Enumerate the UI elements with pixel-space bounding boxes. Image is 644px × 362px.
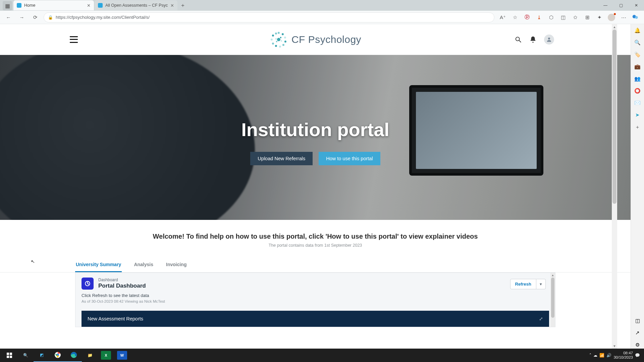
- svg-point-3: [284, 41, 286, 43]
- start-button[interactable]: [1, 349, 17, 362]
- tray-chevron-icon[interactable]: ˄: [589, 353, 591, 358]
- taskbar-app-1[interactable]: ◩: [34, 349, 50, 362]
- window-maximize-button[interactable]: ▢: [613, 0, 629, 11]
- sidebar-briefcase-icon[interactable]: 💼: [634, 63, 641, 70]
- dashboard-icon: [82, 278, 94, 290]
- summary-tabs: University Summary Analysis Invoicing: [0, 250, 631, 273]
- split-screen-icon[interactable]: ◫: [558, 12, 568, 22]
- tab-analysis[interactable]: Analysis: [133, 258, 154, 272]
- dashboard-header: Dashboard Portal Dashboard Refresh ▾: [75, 273, 555, 293]
- svg-point-6: [275, 45, 277, 47]
- site-header: CF Psychology: [0, 24, 631, 55]
- dashboard-subtext: Click Refresh to see the latest data: [75, 293, 555, 299]
- report-bar[interactable]: New Assessment Reports ⤢: [82, 311, 549, 327]
- bell-icon[interactable]: [529, 36, 537, 43]
- scroll-down-icon[interactable]: ▼: [612, 343, 617, 349]
- sidebar-send-icon[interactable]: ➤: [634, 111, 641, 119]
- sidebar-people-icon[interactable]: 👥: [634, 75, 641, 82]
- favicon-icon: [98, 3, 103, 8]
- read-aloud-icon[interactable]: A⁺: [498, 12, 508, 22]
- favorite-icon[interactable]: ☆: [510, 12, 520, 22]
- tab-title: All Open Assessments – CF Psyc: [105, 3, 168, 8]
- tray-wifi-icon[interactable]: 📶: [599, 353, 604, 358]
- sidebar-settings-icon[interactable]: ⚙: [634, 341, 641, 349]
- tab-actions-icon[interactable]: ▦: [3, 1, 12, 10]
- svg-point-1: [282, 33, 284, 35]
- pinterest-icon[interactable]: ⓟ: [522, 12, 532, 22]
- svg-point-15: [281, 40, 282, 41]
- favorites-bar-icon[interactable]: ✩: [570, 12, 580, 22]
- sidebar-tag-icon[interactable]: 🏷️: [634, 51, 641, 58]
- more-icon[interactable]: ⋯: [619, 12, 629, 22]
- url-field[interactable]: 🔒 https://cfpsychology.my.site.com/Clien…: [44, 12, 494, 22]
- brand[interactable]: CF Psychology: [269, 30, 361, 49]
- extensions-icon[interactable]: ✦: [594, 12, 604, 22]
- sidebar-bell-icon[interactable]: 🔔: [634, 27, 641, 34]
- page-scrollbar[interactable]: ▲ ▼: [612, 24, 617, 349]
- sidebar-add-icon[interactable]: ＋: [634, 123, 641, 131]
- browser-titlebar: ▦ Home ✕ All Open Assessments – CF Psyc …: [0, 0, 644, 11]
- tab-invoicing[interactable]: Invoicing: [165, 258, 187, 272]
- browser-tab-assessments[interactable]: All Open Assessments – CF Psyc ✕: [95, 0, 177, 10]
- how-to-use-button[interactable]: How to use this portal: [319, 152, 380, 165]
- sidebar-open-icon[interactable]: ↗: [634, 329, 641, 337]
- taskbar-clock[interactable]: 08:47 30/10/2023: [613, 351, 633, 360]
- svg-rect-20: [7, 353, 9, 355]
- profile-icon[interactable]: [606, 12, 616, 22]
- taskbar-word[interactable]: W: [117, 351, 127, 360]
- sidebar-office-icon[interactable]: ⭕: [634, 87, 641, 95]
- upload-referrals-button[interactable]: Upload New Referrals: [250, 152, 313, 165]
- window-controls: — ▢ ✕: [598, 0, 644, 11]
- tab-close-icon[interactable]: ✕: [87, 3, 91, 8]
- sidebar-outlook-icon[interactable]: ✉️: [634, 99, 641, 107]
- reload-button[interactable]: ⟳: [30, 12, 40, 22]
- svg-point-13: [276, 41, 277, 42]
- tab-close-icon[interactable]: ✕: [170, 3, 174, 8]
- notifications-icon[interactable]: 💬: [635, 353, 640, 358]
- clock-date: 30/10/2023: [613, 355, 633, 360]
- taskbar-edge[interactable]: [66, 349, 82, 362]
- collections-icon[interactable]: ⊞: [582, 12, 592, 22]
- system-tray: ˄ ☁ 📶 🔊 08:47 30/10/2023 💬: [589, 351, 643, 360]
- welcome-sub: The portal contains data from 1st Septem…: [7, 243, 624, 248]
- tray-cloud-icon[interactable]: ☁: [593, 353, 597, 358]
- shopping-icon[interactable]: ⤓: [534, 12, 544, 22]
- search-icon[interactable]: [515, 36, 522, 43]
- taskbar-search-button[interactable]: 🔍: [17, 349, 34, 362]
- scroll-up-icon[interactable]: ▲: [612, 24, 617, 29]
- inner-scroll-thumb[interactable]: [551, 278, 554, 318]
- expand-icon[interactable]: ⤢: [539, 316, 543, 321]
- hamburger-menu-button[interactable]: [70, 36, 78, 43]
- svg-point-8: [271, 39, 273, 41]
- scroll-thumb[interactable]: [612, 29, 616, 204]
- inner-scrollbar[interactable]: ▲: [550, 273, 555, 327]
- svg-point-5: [279, 46, 281, 48]
- windows-taskbar: 🔍 ◩ 📁 X W ˄ ☁ 📶 🔊 08:47 30/10/2023 💬: [0, 349, 644, 362]
- forward-button[interactable]: →: [17, 12, 27, 22]
- sidebar-search-icon[interactable]: 🔍: [634, 39, 641, 46]
- taskbar-excel[interactable]: X: [101, 351, 111, 360]
- welcome-headline: Welcome! To find help on how to use this…: [7, 233, 624, 240]
- user-avatar[interactable]: [544, 35, 554, 45]
- extension-icon[interactable]: ⬡: [546, 12, 556, 22]
- dashboard-panel: Dashboard Portal Dashboard Refresh ▾ Cli…: [75, 273, 555, 327]
- taskbar-explorer[interactable]: 📁: [82, 349, 98, 362]
- refresh-menu-button[interactable]: ▾: [536, 279, 546, 289]
- dashboard-meta: Dashboard Portal Dashboard: [98, 278, 146, 289]
- welcome: Welcome! To find help on how to use this…: [0, 220, 631, 250]
- window-minimize-button[interactable]: —: [598, 0, 613, 11]
- refresh-button[interactable]: Refresh: [510, 279, 536, 289]
- svg-point-4: [282, 44, 284, 46]
- back-button[interactable]: ←: [3, 12, 13, 22]
- new-tab-button[interactable]: ＋: [178, 1, 187, 10]
- tab-title: Home: [24, 3, 35, 8]
- window-close-button[interactable]: ✕: [629, 0, 644, 11]
- favicon-icon: [17, 3, 21, 8]
- refresh-group: Refresh ▾: [510, 279, 546, 289]
- tab-university-summary[interactable]: University Summary: [75, 258, 122, 272]
- taskbar-chrome[interactable]: [50, 349, 66, 362]
- tray-volume-icon[interactable]: 🔊: [606, 353, 611, 358]
- copilot-icon[interactable]: [631, 12, 641, 22]
- browser-tab-home[interactable]: Home ✕: [13, 0, 94, 10]
- sidebar-panel-icon[interactable]: ◫: [634, 317, 641, 324]
